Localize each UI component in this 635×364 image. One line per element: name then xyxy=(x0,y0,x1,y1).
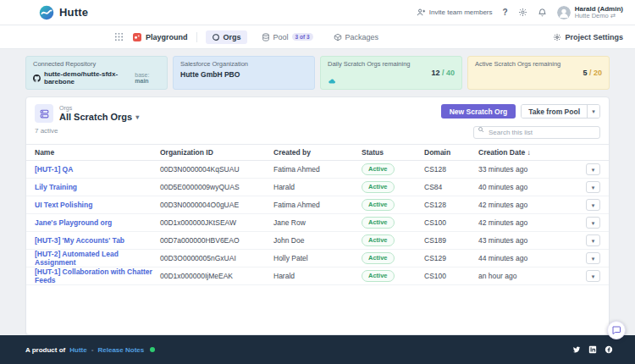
status-badge: Active xyxy=(362,181,395,193)
org-id-cell: 00D1x000000IjMeEAK xyxy=(160,272,273,280)
daily-card-title: Daily Scratch Orgs remaining xyxy=(328,60,411,68)
new-scratch-org-button[interactable]: New Scratch Org xyxy=(441,104,516,119)
status-badge: Active xyxy=(362,270,395,282)
creation-date-cell: 40 minutes ago xyxy=(478,183,577,191)
status-badge: Active xyxy=(362,199,395,211)
repo-name[interactable]: hutte-demo/hutte-sfdx-barebone xyxy=(44,70,131,85)
table-header: Name Organization ID Created by Status D… xyxy=(26,144,609,161)
brand[interactable]: Hutte xyxy=(39,5,88,20)
table-row: [HUT-1] Collaboration with Chatter Feeds… xyxy=(26,267,609,285)
help-icon[interactable]: ? xyxy=(503,8,508,17)
created-by-cell: Fatima Ahmed xyxy=(273,165,362,174)
org-name-link[interactable]: [HUT-2] Automated Lead Assignment xyxy=(35,250,119,267)
search-input[interactable] xyxy=(473,126,600,139)
chevron-down-icon: ▾ xyxy=(135,113,139,121)
search-icon xyxy=(478,126,484,133)
user-org: Hutte Demo xyxy=(575,12,609,19)
table-row: Lily Training 00D5E0000009wyQUAS Harald … xyxy=(26,179,609,196)
org-name-link[interactable]: Jane's Playground org xyxy=(35,218,112,227)
repo-card-title: Connected Repository xyxy=(33,60,160,68)
take-from-pool-dropdown[interactable]: ▾ xyxy=(587,105,599,118)
cloud-icon xyxy=(328,77,336,85)
col-creation-date[interactable]: Creation Date ↓ xyxy=(478,148,577,157)
col-org-id[interactable]: Organization ID xyxy=(160,148,273,157)
release-notes-new-badge xyxy=(150,347,155,352)
col-domain[interactable]: Domain xyxy=(424,148,478,157)
row-actions-dropdown[interactable]: ▾ xyxy=(586,181,600,193)
app-window: Hutte Invite team members ? Hara xyxy=(0,0,635,364)
col-created-by[interactable]: Created by xyxy=(273,148,362,157)
col-status[interactable]: Status xyxy=(362,148,424,157)
row-actions-dropdown[interactable]: ▾ xyxy=(586,163,600,175)
domain-cell: CS100 xyxy=(424,272,478,280)
domain-cell: CS128 xyxy=(424,201,478,209)
daily-quota-value: 12 / 40 xyxy=(431,69,455,77)
avatar xyxy=(557,6,571,19)
invite-team-members-button[interactable]: Invite team members xyxy=(417,8,493,17)
table-row: [HUT-2] Automated Lead Assignment 00D3O0… xyxy=(26,250,609,267)
created-by-cell: Harald xyxy=(273,183,362,191)
row-actions-dropdown[interactable]: ▾ xyxy=(586,252,600,264)
list-view-selector[interactable]: All Scratch Orgs ▾ xyxy=(59,112,139,122)
connected-repository-card: Connected Repository hutte-demo/hutte-sf… xyxy=(25,56,168,90)
panel-header: Orgs All Scratch Orgs ▾ 7 active New Scr… xyxy=(26,97,609,144)
creation-date-cell: 42 minutes ago xyxy=(478,201,577,209)
orgs-circle-icon xyxy=(212,33,220,41)
release-notes-link[interactable]: Release Notes xyxy=(98,346,145,354)
twitter-icon[interactable] xyxy=(572,345,581,354)
org-name-link[interactable]: Lily Training xyxy=(35,183,77,191)
person-plus-icon xyxy=(417,8,426,17)
tab-packages[interactable]: Packages xyxy=(328,30,385,44)
org-id-cell: 00D1x000000JKtSEAW xyxy=(160,218,273,227)
project-settings-label: Project Settings xyxy=(565,33,623,41)
creation-date-cell: 33 minutes ago xyxy=(478,165,577,174)
pool-cylinder-icon xyxy=(262,33,270,41)
active-card-title: Active Scratch Orgs remaining xyxy=(475,60,560,68)
row-actions-dropdown[interactable]: ▾ xyxy=(586,199,600,211)
apps-grid-icon[interactable] xyxy=(114,32,124,41)
search-box xyxy=(473,123,600,139)
tab-orgs[interactable]: Orgs xyxy=(206,30,247,44)
playground-selector[interactable]: Playground xyxy=(132,32,188,42)
created-by-cell: Holly Patel xyxy=(273,254,362,262)
user-menu[interactable]: Harald (Admin) Hutte Demo⇄ xyxy=(557,5,623,20)
facebook-icon[interactable] xyxy=(605,345,613,354)
created-by-cell: Harald xyxy=(273,272,362,280)
org-name-link[interactable]: [HUT-1] Collaboration with Chatter Feeds xyxy=(35,267,152,284)
created-by-cell: Fatima Ahmed xyxy=(273,201,362,209)
linkedin-icon[interactable] xyxy=(588,345,597,354)
switch-org-icon[interactable]: ⇄ xyxy=(610,12,616,19)
project-settings-button[interactable]: Project Settings xyxy=(553,33,623,41)
table-body: [HUT-1] QA 00D3N0000004KqSUAU Fatima Ahm… xyxy=(26,161,609,285)
row-actions-dropdown[interactable]: ▾ xyxy=(586,234,600,246)
active-quota-value: 5 / 20 xyxy=(583,69,602,77)
hutte-logo-icon xyxy=(39,5,54,20)
org-name-link[interactable]: [HUT-1] QA xyxy=(35,165,73,174)
settings-gear-icon[interactable] xyxy=(518,8,527,17)
org-name-link[interactable]: [HUT-3] 'My Accounts' Tab xyxy=(35,236,124,245)
tab-orgs-label: Orgs xyxy=(224,33,241,41)
take-from-pool-button[interactable]: Take from Pool xyxy=(522,105,587,118)
hutte-footer-link[interactable]: Hutte xyxy=(69,346,86,354)
col-name[interactable]: Name xyxy=(35,148,160,157)
main-content: Connected Repository hutte-demo/hutte-sf… xyxy=(0,49,635,335)
created-by-cell: Jane Row xyxy=(273,218,362,227)
bell-icon[interactable] xyxy=(538,8,547,17)
created-by-cell: John Doe xyxy=(273,236,362,245)
domain-cell: CS189 xyxy=(424,236,478,245)
repo-base-branch: base: main xyxy=(135,72,160,84)
table-row: [HUT-1] QA 00D3N0000004KqSUAU Fatima Ahm… xyxy=(26,161,609,179)
org-name-link[interactable]: UI Text Polishing xyxy=(35,201,92,209)
user-info: Harald (Admin) Hutte Demo⇄ xyxy=(575,5,623,20)
domain-cell: CS84 xyxy=(424,183,478,191)
org-id-cell: 00D3O0000005nGxUAI xyxy=(160,254,273,262)
row-actions-dropdown[interactable]: ▾ xyxy=(586,217,600,229)
row-actions-dropdown[interactable]: ▾ xyxy=(586,270,600,282)
tab-pool[interactable]: Pool 3 of 3 xyxy=(256,30,319,44)
org-id-cell: 00D7a000000HBV6EAO xyxy=(160,236,273,245)
chat-fab-button[interactable] xyxy=(607,321,626,339)
take-from-pool-split-button: Take from Pool ▾ xyxy=(521,104,600,119)
panel-kicker: Orgs xyxy=(59,105,139,112)
org-id-cell: 00D3N0000004O0gUAE xyxy=(160,201,273,209)
creation-date-cell: 44 minutes ago xyxy=(478,254,577,262)
